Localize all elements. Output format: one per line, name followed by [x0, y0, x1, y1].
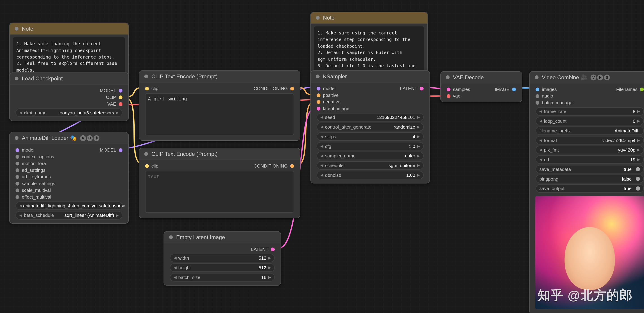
input-scale-multival[interactable]: scale_multival	[13, 187, 125, 194]
save-output-toggle[interactable]: save_outputtrue	[536, 184, 644, 192]
video-combine-node[interactable]: Video Combine 🎥 VHS images Filenames aud…	[529, 71, 644, 313]
node-header[interactable]: VAE Decode	[441, 72, 522, 83]
collapse-icon[interactable]	[15, 27, 18, 31]
height-widget[interactable]: ◀height512▶	[170, 264, 275, 272]
next-icon[interactable]: ▶	[637, 138, 640, 143]
loop-count-widget[interactable]: ◀loop_count0▶	[536, 117, 644, 125]
input-audio[interactable]: audio	[533, 93, 644, 99]
collapse-icon[interactable]	[144, 75, 148, 78]
prefix-widget[interactable]: filename_prefixAnimateDiff	[536, 127, 644, 135]
next-icon[interactable]: ▶	[116, 111, 118, 115]
prev-icon[interactable]: ◀	[320, 144, 323, 149]
input-context[interactable]: context_options	[13, 153, 125, 160]
node-header[interactable]: KSampler	[311, 71, 429, 82]
prev-icon[interactable]: ◀	[539, 157, 542, 162]
input-batch-manager[interactable]: batch_manager	[533, 99, 644, 106]
input-ad-settings[interactable]: ad_settings	[13, 167, 125, 173]
node-header[interactable]: AnimateDiff Loader 🎭 AD①	[10, 132, 128, 144]
prev-icon[interactable]: ◀	[539, 138, 542, 143]
prev-icon[interactable]: ◀	[20, 213, 22, 217]
pingpong-toggle[interactable]: pingpongfalse	[536, 175, 644, 183]
prev-icon[interactable]: ◀	[20, 111, 22, 115]
ksampler-node[interactable]: KSampler model LATENT positive negative …	[310, 70, 430, 183]
node-header[interactable]: Empty Latent Image	[164, 232, 280, 243]
next-icon[interactable]: ▶	[417, 125, 420, 129]
next-icon[interactable]: ▶	[417, 144, 420, 149]
ckpt-name-widget[interactable]: ◀ ckpt_name toonyou_beta6.safetensors ▶	[16, 109, 122, 117]
frame-rate-widget[interactable]: ◀frame_rate8▶	[536, 107, 644, 116]
beta-schedule-widget[interactable]: ◀ beta_schedule sqrt_linear (AnimateDiff…	[16, 211, 122, 219]
format-widget[interactable]: ◀formatvideo/h264-mp4▶	[536, 136, 644, 145]
clip-text-encode-positive[interactable]: CLIP Text Encode (Prompt) clip CONDITION…	[139, 70, 300, 141]
input-vae[interactable]: vae	[444, 93, 518, 99]
clip-text-encode-negative[interactable]: CLIP Text Encode (Prompt) clip CONDITION…	[139, 148, 300, 218]
prev-icon[interactable]: ◀	[539, 148, 542, 152]
crf-widget[interactable]: ◀crf19▶	[536, 155, 644, 164]
next-icon[interactable]: ▶	[637, 119, 640, 123]
next-icon[interactable]: ▶	[417, 154, 420, 158]
load-checkpoint-node[interactable]: Load Checkpoint MODEL CLIP VAE ◀ ckpt_na…	[9, 72, 129, 121]
next-icon[interactable]: ▶	[116, 213, 118, 217]
save-meta-toggle[interactable]: save_metadatatrue	[536, 165, 644, 173]
collapse-icon[interactable]	[15, 77, 18, 80]
prev-icon[interactable]: ◀	[320, 154, 323, 158]
pixfmt-widget[interactable]: ◀pix_fmtyuv420p▶	[536, 146, 644, 154]
next-icon[interactable]: ▶	[268, 266, 271, 270]
collapse-icon[interactable]	[169, 235, 173, 239]
prev-icon[interactable]: ◀	[320, 173, 323, 177]
input-negative[interactable]: negative	[314, 98, 426, 105]
prev-icon[interactable]: ◀	[320, 115, 323, 120]
sampler-widget[interactable]: ◀sampler_nameeuler▶	[316, 152, 424, 160]
denoise-widget[interactable]: ◀denoise1.00▶	[316, 171, 424, 179]
collapse-icon[interactable]	[15, 136, 18, 140]
next-icon[interactable]: ▶	[123, 204, 126, 208]
control-widget[interactable]: ◀control_after_generaterandomize▶	[316, 123, 424, 131]
node-header[interactable]: Note	[10, 23, 128, 35]
input-sample-settings[interactable]: sample_settings	[13, 180, 125, 187]
batch-widget[interactable]: ◀batch_size16▶	[170, 273, 275, 282]
input-positive[interactable]: positive	[314, 92, 426, 98]
node-header[interactable]: Video Combine 🎥 VHS	[530, 72, 644, 83]
next-icon[interactable]: ▶	[417, 173, 420, 177]
next-icon[interactable]: ▶	[417, 135, 420, 139]
prev-icon[interactable]: ◀	[539, 119, 542, 123]
collapse-icon[interactable]	[316, 16, 320, 20]
collapse-icon[interactable]	[316, 75, 320, 78]
empty-latent-node[interactable]: Empty Latent Image LATENT ◀width512▶ ◀he…	[164, 231, 281, 286]
output-model[interactable]: MODEL	[13, 87, 125, 94]
prev-icon[interactable]: ◀	[320, 135, 323, 139]
next-icon[interactable]: ▶	[268, 256, 271, 260]
prompt-textarea[interactable]: A girl smiling	[145, 93, 294, 135]
node-header[interactable]: Note	[311, 12, 427, 24]
input-motion-lora[interactable]: motion_lora	[13, 160, 125, 167]
prev-icon[interactable]: ◀	[174, 266, 176, 270]
model-name-widget[interactable]: ◀ model_name animatediff_lightning_4step…	[16, 201, 122, 210]
prev-icon[interactable]: ◀	[320, 163, 323, 167]
prev-icon[interactable]: ◀	[174, 256, 176, 260]
input-effect-multival[interactable]: effect_multival	[13, 193, 125, 200]
vae-decode-node[interactable]: VAE Decode samples IMAGE vae	[440, 71, 522, 102]
next-icon[interactable]: ▶	[268, 275, 271, 280]
next-icon[interactable]: ▶	[637, 109, 640, 114]
prev-icon[interactable]: ◀	[320, 125, 323, 129]
input-ad-keyframes[interactable]: ad_keyframes	[13, 173, 125, 180]
note-node-1[interactable]: Note 1. Make sure loading the correct An…	[9, 22, 129, 80]
steps-widget[interactable]: ◀steps4▶	[316, 132, 424, 141]
node-header[interactable]: Load Checkpoint	[10, 73, 128, 85]
collapse-icon[interactable]	[535, 75, 539, 79]
prev-icon[interactable]: ◀	[539, 109, 542, 114]
output-latent[interactable]: LATENT	[167, 246, 277, 253]
prev-icon[interactable]: ◀	[20, 204, 22, 208]
collapse-icon[interactable]	[144, 152, 148, 156]
next-icon[interactable]: ▶	[637, 157, 640, 162]
next-icon[interactable]: ▶	[417, 115, 420, 120]
scheduler-widget[interactable]: ◀schedulersgm_uniform▶	[316, 161, 424, 169]
width-widget[interactable]: ◀width512▶	[170, 254, 275, 262]
animatediff-loader-node[interactable]: AnimateDiff Loader 🎭 AD① model MODEL con…	[9, 132, 129, 224]
next-icon[interactable]: ▶	[637, 148, 640, 152]
input-latent[interactable]: latent_image	[314, 105, 426, 112]
node-header[interactable]: CLIP Text Encode (Prompt)	[139, 71, 300, 82]
cfg-widget[interactable]: ◀cfg1.0▶	[316, 142, 424, 151]
prev-icon[interactable]: ◀	[174, 275, 176, 280]
next-icon[interactable]: ▶	[417, 163, 420, 167]
